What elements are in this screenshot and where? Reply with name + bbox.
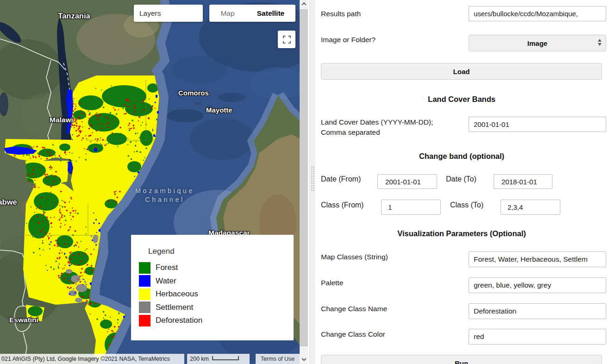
run-button[interactable]: Run <box>321 355 602 364</box>
legend-item: Settlement <box>139 301 294 314</box>
legend-panel: Legend ForestWaterHerbaceousSettlementDe… <box>131 235 294 340</box>
results-path-label: Results path <box>321 10 361 18</box>
map-label-malawi: Malawi <box>50 116 73 124</box>
visualization-parameters-heading: Visualization Parameters (Optional) <box>315 229 608 238</box>
legend-swatch-herbaceous <box>139 289 150 300</box>
layers-button[interactable]: Layers <box>134 5 203 22</box>
map-scale-control: 200 km <box>187 354 250 364</box>
legend-item: Forest <box>139 261 294 275</box>
splitter-grip-icon[interactable] <box>311 166 315 191</box>
date-to-input[interactable] <box>494 174 552 189</box>
image-or-folder-value: Image <box>527 39 547 47</box>
legend-label: Water <box>156 276 176 286</box>
ccdc-results-viewer: Tanzania Comoros Mayotte Malawi Zimbabwe… <box>0 0 608 364</box>
parameters-panel: Results path Image or Folder? Image Load… <box>315 0 608 364</box>
class-from-input[interactable] <box>381 200 441 215</box>
legend-label: Deforestation <box>156 316 202 325</box>
class-to-label: Class (To) <box>450 201 483 209</box>
select-spinner-icon <box>598 39 602 46</box>
change-class-color-label: Change Class Color <box>321 330 385 339</box>
map-canvas[interactable]: Tanzania Comoros Mayotte Malawi Zimbabwe… <box>0 0 300 364</box>
legend-item: Deforestation <box>139 314 294 327</box>
land-cover-dates-label-line1: Land Cover Dates (YYYY-MM-DD); <box>321 118 433 126</box>
scroll-up-button[interactable] <box>300 0 308 8</box>
legend-title: Legend <box>148 247 294 256</box>
layers-button-label: Layers <box>139 9 161 18</box>
map-type-satellite[interactable]: Satellite <box>246 5 295 22</box>
load-button[interactable]: Load <box>321 63 602 80</box>
legend-label: Settlement <box>156 303 193 312</box>
chevron-up-icon <box>301 2 306 7</box>
palette-label: Palette <box>321 279 343 287</box>
land-cover-dates-input[interactable] <box>469 117 606 132</box>
chevron-down-icon <box>301 357 306 361</box>
legend-item: Water <box>139 275 294 288</box>
legend-label: Forest <box>156 263 178 272</box>
change-class-name-label: Change Class Name <box>321 305 387 313</box>
legend-swatch-settlement <box>139 301 150 313</box>
fullscreen-button[interactable] <box>278 31 295 48</box>
legend-swatch-deforestation <box>139 315 150 326</box>
change-class-color-input[interactable] <box>469 329 606 345</box>
image-or-folder-label: Image or Folder? <box>321 36 376 44</box>
change-class-name-input[interactable] <box>469 303 606 319</box>
map-attribution: 021 AfriGIS (Pty) Ltd, Google Imagery ©2… <box>0 354 184 364</box>
legend-label: Herbaceous <box>156 289 198 299</box>
palette-input[interactable] <box>469 277 606 293</box>
map-classes-input[interactable] <box>469 251 606 267</box>
scale-text: 200 km <box>190 356 209 362</box>
land-cover-bands-heading: Land Cover Bands <box>315 95 608 104</box>
legend-item: Herbaceous <box>139 288 294 301</box>
map-label-zimbabwe: Zimbabwe <box>0 198 17 207</box>
class-from-label: Class (From) <box>321 201 364 209</box>
legend-swatch-forest <box>139 262 150 274</box>
map-classes-label: Map Classes (String) <box>321 253 388 261</box>
map-label-comoros: Comoros <box>178 89 209 97</box>
land-cover-dates-label-line2: Comma separated <box>321 128 380 137</box>
map-label-mayotte: Mayotte <box>206 106 232 114</box>
terms-of-use-link[interactable]: Terms of Use <box>256 354 300 364</box>
vertical-scrollbar[interactable] <box>300 0 308 364</box>
map-label-mozambique-channel: Mozambique Channel <box>130 187 200 204</box>
date-from-input[interactable] <box>377 174 437 189</box>
date-from-label: Date (From) <box>321 175 361 183</box>
map-type-map[interactable]: Map <box>209 5 246 22</box>
date-to-label: Date (To) <box>446 175 476 183</box>
fullscreen-icon <box>283 36 291 44</box>
image-or-folder-select[interactable]: Image <box>469 35 606 51</box>
pane-splitter[interactable] <box>308 0 315 364</box>
map-label-tanzania: Tanzania <box>51 12 97 20</box>
map-label-eswatini: Eswatini <box>9 316 38 324</box>
scrollbar-thumb[interactable] <box>300 9 308 346</box>
change-band-heading: Change band (optional) <box>315 152 608 161</box>
class-to-input[interactable] <box>501 200 560 215</box>
legend-swatch-water <box>139 275 150 287</box>
scale-bar <box>212 356 239 360</box>
scroll-down-button[interactable] <box>300 356 308 364</box>
results-path-input[interactable] <box>469 6 606 21</box>
map-type-toggle: Map Satellite <box>209 5 295 22</box>
